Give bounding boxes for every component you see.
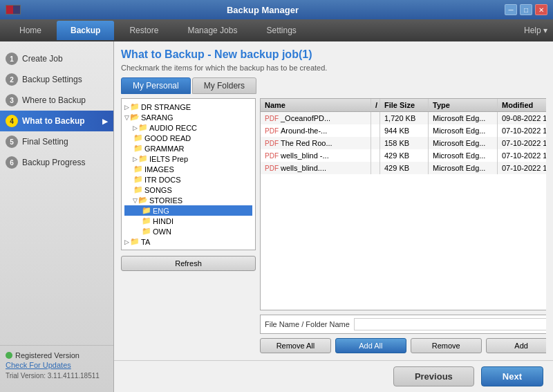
- sidebar-label-final-setting: Final Setting: [22, 137, 68, 147]
- col-header-slash[interactable]: /: [371, 99, 380, 111]
- tree-item[interactable]: 📁 OWN: [124, 226, 252, 236]
- step-6-num: 6: [6, 156, 18, 169]
- step-2-num: 2: [6, 73, 18, 86]
- file-type: Microsoft Edg...: [429, 162, 498, 174]
- close-button[interactable]: ✕: [535, 4, 547, 15]
- sidebar-footer: Registered Version Check For Updates Tri…: [0, 345, 113, 385]
- file-list-row[interactable]: PDFThe Red Roo... 158 KB Microsoft Edg..…: [261, 137, 546, 149]
- add-all-button[interactable]: Add All: [335, 338, 406, 353]
- file-list-row[interactable]: PDFwells_blind.... 429 KB Microsoft Edg.…: [261, 162, 546, 174]
- file-modified: 07-10-2022 13: [498, 124, 546, 137]
- tree-item[interactable]: 📁 HINDI: [124, 216, 252, 226]
- tree-panel[interactable]: ▷ 📁 DR STRANGE ▽ 📂 SARANG: [121, 98, 256, 250]
- remove-button[interactable]: Remove: [411, 338, 482, 353]
- sidebar-label-backup-progress: Backup Progress: [22, 158, 85, 167]
- pdf-icon: PDF: [265, 115, 279, 122]
- nav-backup[interactable]: Backup: [57, 21, 114, 40]
- col-header-modified[interactable]: Modified: [498, 99, 546, 111]
- tree-item[interactable]: 📁 ITR DOCS: [124, 174, 252, 185]
- minimize-button[interactable]: ─: [505, 4, 517, 15]
- pdf-icon: PDF: [265, 152, 279, 160]
- sidebar-item-create-job[interactable]: 1 Create Job: [0, 48, 113, 69]
- tree-item[interactable]: ▽ 📂 SARANG: [124, 112, 252, 122]
- tree-item[interactable]: ▷ 📁 IELTS Prep: [124, 153, 252, 164]
- folder-icon: 📂: [138, 196, 148, 205]
- tree-item[interactable]: 📁 IMAGES: [124, 164, 252, 174]
- file-size: 944 KB: [380, 124, 429, 137]
- right-panel: Name / File Size Type Modified PDF_Ocean…: [260, 98, 546, 353]
- expand-icon[interactable]: ▷: [124, 239, 129, 245]
- folder-icon: 📁: [142, 216, 151, 225]
- sidebar-item-backup-progress[interactable]: 6 Backup Progress: [0, 152, 113, 173]
- file-list-row[interactable]: PDFAround-the-... 944 KB Microsoft Edg..…: [261, 124, 546, 137]
- col-header-type[interactable]: Type: [429, 99, 498, 111]
- tree-item[interactable]: 📁 GOOD READ: [124, 133, 252, 143]
- registered-version: Registered Version: [6, 351, 108, 360]
- file-name-label: File Name / Folder Name: [265, 320, 350, 328]
- tree-panel-inner: ▷ 📁 DR STRANGE ▽ 📂 SARANG: [122, 99, 255, 250]
- next-button[interactable]: Next: [481, 366, 543, 386]
- file-list-row[interactable]: PDF_OceanofPD... 1,720 KB Microsoft Edg.…: [261, 112, 546, 124]
- step-1-num: 1: [6, 53, 18, 65]
- left-panel: ▷ 📁 DR STRANGE ▽ 📂 SARANG: [121, 98, 256, 353]
- content-subtitle: Checkmark the items for which the backup…: [121, 64, 546, 72]
- tree-item[interactable]: ▷ 📁 TA: [124, 236, 252, 247]
- title-bar: Backup Manager ─ □ ✕: [0, 0, 553, 19]
- nav-home[interactable]: Home: [6, 21, 55, 40]
- nav-settings[interactable]: Settings: [252, 21, 310, 40]
- sidebar-item-final-setting[interactable]: 5 Final Setting: [0, 131, 113, 152]
- file-name: PDFAround-the-...: [261, 124, 371, 137]
- file-list-row[interactable]: PDFwells_blind -... 429 KB Microsoft Edg…: [261, 149, 546, 162]
- tree-item[interactable]: 📁 SONGS: [124, 185, 252, 195]
- previous-button[interactable]: Previous: [393, 366, 474, 386]
- pdf-icon: PDF: [265, 165, 279, 172]
- file-list-panel[interactable]: Name / File Size Type Modified PDF_Ocean…: [260, 98, 546, 310]
- folder-icon: 📁: [133, 133, 143, 142]
- expand-icon[interactable]: ▽: [124, 114, 129, 121]
- file-name: PDF_OceanofPD...: [261, 112, 371, 124]
- expand-icon[interactable]: ▽: [133, 197, 138, 204]
- expand-icon[interactable]: ▷: [133, 156, 138, 162]
- add-button[interactable]: Add: [486, 338, 546, 353]
- expand-icon[interactable]: ▷: [133, 124, 138, 131]
- folder-icon: 📁: [133, 165, 143, 174]
- expand-icon[interactable]: ▷: [124, 104, 129, 111]
- file-modified: 07-10-2022 1: [498, 137, 546, 149]
- folder-icon: 📁: [133, 175, 143, 184]
- file-name-input[interactable]: [354, 318, 546, 330]
- folder-icon: 📂: [130, 113, 140, 122]
- col-header-name[interactable]: Name: [261, 99, 371, 111]
- step-3-num: 3: [6, 94, 18, 106]
- file-panel-container: ▷ 📁 DR STRANGE ▽ 📂 SARANG: [121, 98, 546, 353]
- nav-manage-jobs[interactable]: Manage Jobs: [174, 21, 251, 40]
- content-area: What to Backup - New backup job(1) Check…: [114, 41, 553, 360]
- tree-item[interactable]: 📁 ENG: [124, 205, 252, 216]
- step-5-num: 5: [6, 136, 18, 148]
- sidebar-item-where-to-backup[interactable]: 3 Where to Backup: [0, 90, 113, 111]
- maximize-button[interactable]: □: [520, 4, 532, 15]
- check-updates-link[interactable]: Check For Updates: [6, 361, 108, 369]
- bottom-nav: Previous Next: [114, 360, 553, 392]
- folder-icon: 📁: [142, 227, 151, 236]
- refresh-button[interactable]: Refresh: [121, 256, 256, 271]
- tree-item[interactable]: ▽ 📂 STORIES: [124, 195, 252, 205]
- file-name: PDFwells_blind....: [261, 162, 371, 174]
- col-header-size[interactable]: File Size: [380, 99, 429, 111]
- file-size: 429 KB: [380, 162, 429, 174]
- nav-help[interactable]: Help ▾: [524, 26, 547, 35]
- folder-icon: 📁: [130, 102, 140, 111]
- tab-my-folders[interactable]: My Folders: [192, 77, 256, 94]
- tree-item[interactable]: 📁 GRAMMAR: [124, 143, 252, 153]
- tree-item[interactable]: ▷ 📁 DR STRANGE: [124, 102, 252, 112]
- sidebar-item-backup-settings[interactable]: 2 Backup Settings: [0, 69, 113, 90]
- active-arrow-icon: ▶: [102, 118, 108, 125]
- file-modified: 09-08-2022 1: [498, 112, 546, 124]
- title-bar-flag: [6, 5, 21, 15]
- window-controls: ─ □ ✕: [505, 4, 547, 15]
- app-title: Backup Manager: [21, 5, 505, 15]
- remove-all-button[interactable]: Remove All: [260, 338, 331, 353]
- tab-my-personal[interactable]: My Personal: [121, 77, 191, 94]
- tree-item[interactable]: ▷ 📁 AUDIO RECC: [124, 122, 252, 133]
- nav-restore[interactable]: Restore: [115, 21, 172, 40]
- sidebar-item-what-to-backup[interactable]: 4 What to Backup ▶: [0, 111, 113, 131]
